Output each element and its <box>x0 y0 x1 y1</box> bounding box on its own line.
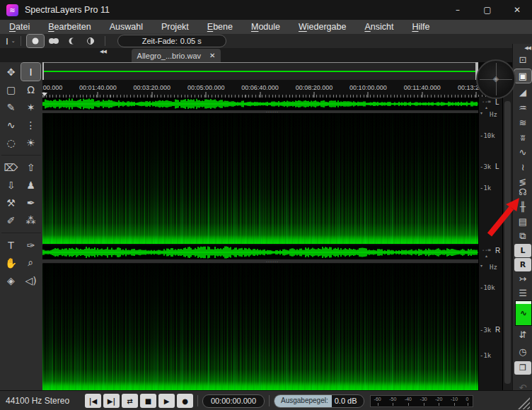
stop-button[interactable]: ■ <box>140 394 156 408</box>
freq-unit-right: Hz <box>490 264 497 271</box>
freehand-selection-tool[interactable]: ∿ <box>1 116 21 134</box>
record-button[interactable]: ● <box>177 394 193 408</box>
spectralayers-window: ≋ SpectraLayers Pro 11 – ▢ ✕ DateiBearbe… <box>0 0 532 410</box>
selection-mode-add-button[interactable] <box>45 35 62 47</box>
overview-bar[interactable] <box>44 62 477 81</box>
transport-controls: |◀▶|⇄■▶● <box>85 394 193 408</box>
meter-tick: -40 <box>405 397 412 402</box>
unmix-noise-button[interactable]: ∿ <box>514 146 531 159</box>
menu-wiedergabe[interactable]: Wiedergabe <box>289 20 355 34</box>
time-fade-field[interactable]: Zeit-Fade: 0.05 s <box>117 35 226 47</box>
noise-selection-tool[interactable]: ☀ <box>21 134 40 151</box>
vertical-scrollbar[interactable] <box>502 80 513 390</box>
navigation-wheel[interactable]: ◈ <box>476 59 516 99</box>
knife-tool[interactable]: ✐ <box>1 211 21 229</box>
hand-tool[interactable]: ✋ <box>1 254 21 271</box>
menu-projekt[interactable]: Projekt <box>152 20 198 34</box>
faders-panel-button[interactable]: ╫ <box>514 200 531 213</box>
spectrogram-right[interactable] <box>42 264 478 390</box>
menu-module[interactable]: Module <box>242 20 289 34</box>
collapse-toolbar-icon[interactable]: ◀◀ <box>100 49 106 54</box>
menu-datei[interactable]: Datei <box>0 20 39 34</box>
menu-auswahl[interactable]: Auswahl <box>100 20 152 34</box>
brush-selection-tool[interactable]: ✎ <box>1 98 21 116</box>
processes-panel-button[interactable]: ▣ <box>514 69 531 83</box>
output-level-label: Ausgabepegel: <box>274 394 332 408</box>
triangle-down-icon: ▾ <box>480 263 482 268</box>
spray-tool[interactable]: ⁂ <box>21 211 40 229</box>
playback-tool[interactable]: ◁) <box>21 271 40 289</box>
go-to-start-button[interactable]: |◀ <box>85 394 101 408</box>
meter-tick: -30 <box>420 397 427 402</box>
close-button[interactable]: ✕ <box>502 0 532 20</box>
time-label: 00:08:20.000 <box>286 84 342 91</box>
picker-tool[interactable]: ✑ <box>21 236 40 254</box>
attenuate-tool[interactable]: ⇩ <box>1 176 21 194</box>
menu-bearbeiten[interactable]: Bearbeiten <box>39 20 100 34</box>
playhead-marker[interactable] <box>42 93 47 96</box>
transient-selection-tool[interactable]: ⋮ <box>21 116 40 134</box>
layer-transfer-button[interactable]: ⇵ <box>514 328 531 341</box>
go-to-end-button[interactable]: ▶| <box>103 394 120 408</box>
channel-l-button[interactable]: L <box>514 244 531 257</box>
scrollbar-thumb[interactable] <box>504 101 511 384</box>
splitter-right[interactable]: ······ <box>42 259 502 263</box>
folder-button[interactable]: ❒ <box>514 361 531 375</box>
time-label: 00:06:40.000 <box>232 84 289 91</box>
menu-ebene[interactable]: Ebene <box>198 20 242 34</box>
clone-stamp-tool[interactable]: ♟ <box>21 176 40 194</box>
waveform-left[interactable] <box>42 98 478 110</box>
time-selection-tool[interactable]: I <box>21 63 40 81</box>
menu-ansicht[interactable]: Ansicht <box>355 20 403 34</box>
maximize-button[interactable]: ▢ <box>473 0 502 20</box>
resize-grip[interactable] <box>518 397 530 409</box>
waveform-right[interactable] <box>42 245 478 259</box>
freq-tick-1k-right: -1k <box>480 352 491 359</box>
transform-tool[interactable]: ✥ <box>1 63 21 81</box>
pen-tool[interactable]: ✒ <box>21 194 40 211</box>
merge-button[interactable]: ↣ <box>514 272 531 286</box>
time-ruler[interactable]: 00:00:00.00000:01:40.00000:03:20.00000:0… <box>42 80 502 98</box>
text-tool[interactable]: T <box>1 236 21 254</box>
group-button[interactable]: ⧉ <box>514 229 531 242</box>
output-level-field[interactable]: Ausgabepegel: 0.0 dB <box>274 394 364 408</box>
cube-icon: ◈ <box>493 74 499 83</box>
zoom-tool[interactable]: ⌕ <box>21 254 40 271</box>
active-tool-dropdown[interactable]: I ⌄ <box>6 36 16 47</box>
channel-label-l-spectro: L <box>495 163 499 170</box>
tab-close-icon[interactable]: ✕ <box>209 52 215 59</box>
amplify-tool[interactable]: ⇧ <box>21 158 40 176</box>
display-panel-button[interactable]: ⊡ <box>514 53 531 66</box>
time-display[interactable]: 00:00:00.000 <box>202 394 265 408</box>
harmonic-selection-tool[interactable]: ◌ <box>1 134 21 151</box>
minimize-button[interactable]: – <box>443 0 473 20</box>
selection-mode-subtract-button[interactable] <box>64 35 81 47</box>
channel-r-button[interactable]: R <box>514 258 531 271</box>
spectrogram-left[interactable] <box>42 113 478 244</box>
cube-3d-tool[interactable]: ◈ <box>1 271 21 289</box>
eraser-tool[interactable]: ⌦ <box>1 158 21 176</box>
time-label: 00:00:00.000 <box>42 84 72 91</box>
rectangular-selection-tool[interactable]: ▢ <box>1 81 21 98</box>
unmix-stems-button[interactable]: ♒ <box>514 101 531 115</box>
history-panel-button[interactable]: ◷ <box>514 345 531 358</box>
defringe-tool[interactable]: ⚒ <box>1 194 21 211</box>
fade-process-button[interactable]: ◢ <box>514 86 531 99</box>
list-panel-button[interactable]: ▤ <box>514 215 531 228</box>
magic-wand-tool[interactable]: ✶ <box>21 98 40 116</box>
layers-panel-button[interactable]: ☰ <box>514 286 531 300</box>
lasso-selection-tool[interactable]: Ω <box>21 81 40 98</box>
loop-button[interactable]: ⇄ <box>122 394 138 408</box>
collapse-panels-icon[interactable]: ◀◀ <box>524 45 531 51</box>
selection-mode-intersect-button[interactable] <box>82 35 99 47</box>
play-button[interactable]: ▶ <box>158 394 175 408</box>
unmix-song-button[interactable]: ≋ <box>514 116 531 129</box>
menu-hilfe[interactable]: Hilfe <box>403 20 439 34</box>
reverb-process-button[interactable]: ☊ <box>514 185 531 199</box>
intersect-mode-icon <box>85 37 96 45</box>
layer-thumbnail[interactable]: ∿ <box>515 300 532 326</box>
unmix-levels-button[interactable]: ≀ <box>514 160 531 174</box>
selection-mode-replace-button[interactable] <box>27 35 44 47</box>
waveform-process-button[interactable]: ʬ <box>514 131 531 144</box>
tab-allegro-wav[interactable]: Allegro_...brio.wav ✕ <box>132 49 221 62</box>
